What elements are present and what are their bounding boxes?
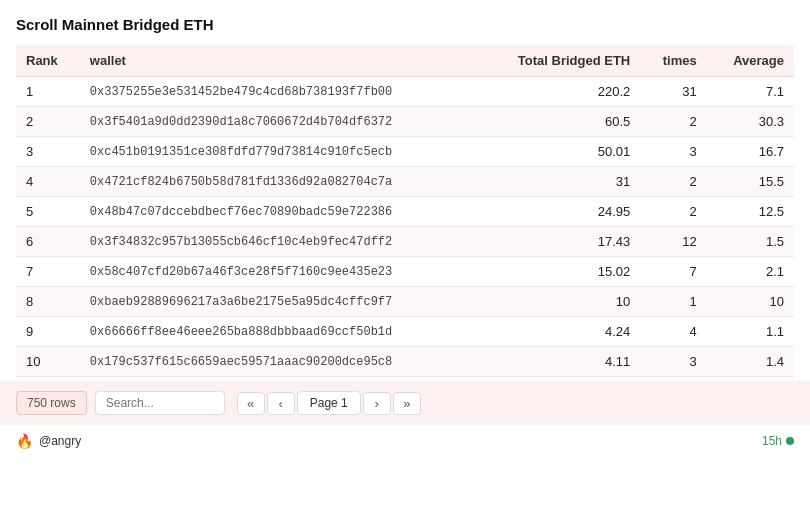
cell-rank: 9 <box>16 317 80 347</box>
table-row: 100x179c537f615c6659aec59571aaac90200dce… <box>16 347 794 377</box>
cell-rank: 2 <box>16 107 80 137</box>
cell-times: 2 <box>640 197 706 227</box>
footer-bar: 750 rows « ‹ Page 1 › » <box>0 381 810 425</box>
data-table: Rank wallet Total Bridged ETH times Aver… <box>16 45 794 377</box>
col-total-bridged-eth: Total Bridged ETH <box>477 45 640 77</box>
first-page-button[interactable]: « <box>237 392 265 415</box>
cell-average: 15.5 <box>707 167 794 197</box>
fire-icon: 🔥 <box>16 433 33 449</box>
cell-times: 12 <box>640 227 706 257</box>
cell-average: 2.1 <box>707 257 794 287</box>
table-row: 90x66666ff8ee46eee265ba888dbbbaad69ccf50… <box>16 317 794 347</box>
cell-average: 10 <box>707 287 794 317</box>
cell-total-bridged-eth: 4.24 <box>477 317 640 347</box>
cell-wallet: 0x4721cf824b6750b58d781fd1336d92a082704c… <box>80 167 477 197</box>
cell-average: 12.5 <box>707 197 794 227</box>
cell-rank: 10 <box>16 347 80 377</box>
table-row: 80xbaeb92889696217a3a6be2175e5a95dc4cffc… <box>16 287 794 317</box>
cell-wallet: 0x66666ff8ee46eee265ba888dbbbaad69ccf50b… <box>80 317 477 347</box>
cell-average: 1.4 <box>707 347 794 377</box>
page-label: Page 1 <box>297 391 361 415</box>
table-row: 70x58c407cfd20b67a46f3ce28f5f7160c9ee435… <box>16 257 794 287</box>
status-bar: 🔥 @angry 15h <box>0 425 810 457</box>
cell-times: 2 <box>640 167 706 197</box>
col-rank: Rank <box>16 45 80 77</box>
cell-rank: 8 <box>16 287 80 317</box>
cell-wallet: 0xc451b0191351ce308fdfd779d73814c910fc5e… <box>80 137 477 167</box>
table-header-row: Rank wallet Total Bridged ETH times Aver… <box>16 45 794 77</box>
status-time: 15h <box>762 434 782 448</box>
cell-rank: 3 <box>16 137 80 167</box>
cell-wallet: 0x48b47c07dccebdbecf76ec70890badc59e7223… <box>80 197 477 227</box>
cell-times: 3 <box>640 347 706 377</box>
col-average: Average <box>707 45 794 77</box>
cell-times: 1 <box>640 287 706 317</box>
cell-average: 7.1 <box>707 77 794 107</box>
cell-times: 3 <box>640 137 706 167</box>
cell-times: 7 <box>640 257 706 287</box>
cell-total-bridged-eth: 4.11 <box>477 347 640 377</box>
page-title: Scroll Mainnet Bridged ETH <box>16 16 794 33</box>
cell-rank: 7 <box>16 257 80 287</box>
status-dot <box>786 437 794 445</box>
table-row: 40x4721cf824b6750b58d781fd1336d92a082704… <box>16 167 794 197</box>
last-page-button[interactable]: » <box>393 392 421 415</box>
cell-total-bridged-eth: 10 <box>477 287 640 317</box>
next-page-button[interactable]: › <box>363 392 391 415</box>
cell-wallet: 0x58c407cfd20b67a46f3ce28f5f7160c9ee435e… <box>80 257 477 287</box>
cell-times: 31 <box>640 77 706 107</box>
cell-total-bridged-eth: 60.5 <box>477 107 640 137</box>
cell-average: 1.5 <box>707 227 794 257</box>
cell-rank: 1 <box>16 77 80 107</box>
cell-average: 30.3 <box>707 107 794 137</box>
username: @angry <box>39 434 81 448</box>
rows-count-badge: 750 rows <box>16 391 87 415</box>
table-body: 10x3375255e3e531452be479c4cd68b738193f7f… <box>16 77 794 377</box>
cell-total-bridged-eth: 24.95 <box>477 197 640 227</box>
cell-wallet: 0x3f5401a9d0dd2390d1a8c7060672d4b704df63… <box>80 107 477 137</box>
pagination: « ‹ Page 1 › » <box>237 391 421 415</box>
prev-page-button[interactable]: ‹ <box>267 392 295 415</box>
main-container: Scroll Mainnet Bridged ETH Rank wallet T… <box>0 0 810 377</box>
cell-rank: 6 <box>16 227 80 257</box>
col-times: times <box>640 45 706 77</box>
cell-average: 16.7 <box>707 137 794 167</box>
cell-wallet: 0x3f34832c957b13055cb646cf10c4eb9fec47df… <box>80 227 477 257</box>
cell-wallet: 0xbaeb92889696217a3a6be2175e5a95dc4cffc9… <box>80 287 477 317</box>
table-row: 60x3f34832c957b13055cb646cf10c4eb9fec47d… <box>16 227 794 257</box>
cell-wallet: 0x3375255e3e531452be479c4cd68b738193f7fb… <box>80 77 477 107</box>
cell-rank: 4 <box>16 167 80 197</box>
search-input[interactable] <box>95 391 225 415</box>
cell-total-bridged-eth: 15.02 <box>477 257 640 287</box>
cell-times: 4 <box>640 317 706 347</box>
cell-total-bridged-eth: 17.43 <box>477 227 640 257</box>
status-indicator: 15h <box>762 434 794 448</box>
cell-times: 2 <box>640 107 706 137</box>
table-row: 50x48b47c07dccebdbecf76ec70890badc59e722… <box>16 197 794 227</box>
cell-average: 1.1 <box>707 317 794 347</box>
cell-wallet: 0x179c537f615c6659aec59571aaac90200dce95… <box>80 347 477 377</box>
table-row: 10x3375255e3e531452be479c4cd68b738193f7f… <box>16 77 794 107</box>
table-row: 30xc451b0191351ce308fdfd779d73814c910fc5… <box>16 137 794 167</box>
cell-total-bridged-eth: 220.2 <box>477 77 640 107</box>
user-info: 🔥 @angry <box>16 433 81 449</box>
cell-rank: 5 <box>16 197 80 227</box>
cell-total-bridged-eth: 50.01 <box>477 137 640 167</box>
col-wallet: wallet <box>80 45 477 77</box>
table-row: 20x3f5401a9d0dd2390d1a8c7060672d4b704df6… <box>16 107 794 137</box>
cell-total-bridged-eth: 31 <box>477 167 640 197</box>
